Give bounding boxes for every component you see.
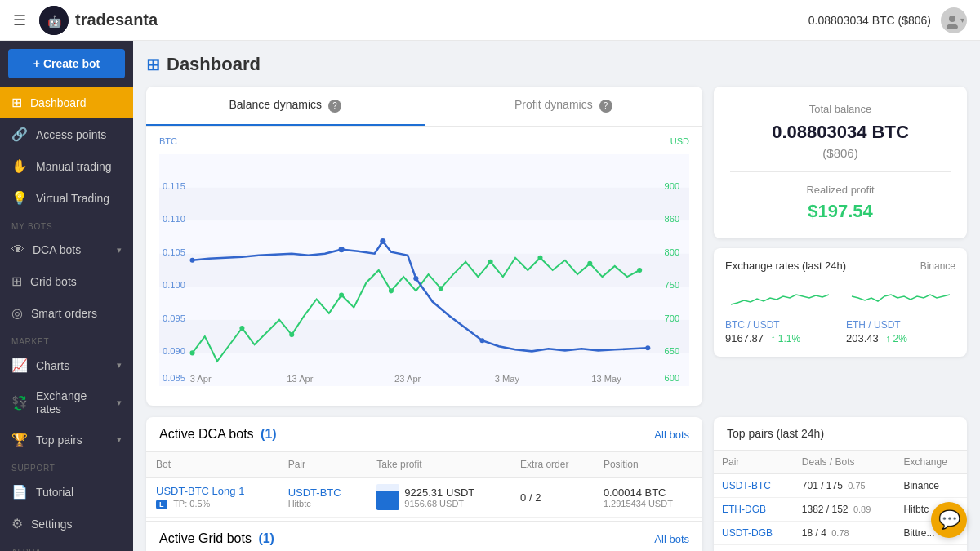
smart-orders-icon: ◎ — [11, 305, 23, 321]
dashboard-title-icon: ⊞ — [146, 55, 160, 74]
sidebar-item-tutorial[interactable]: 📄 Tutorial — [0, 476, 133, 508]
table-row: USDT-BTC Long 1 L TP: 0.5% USDT-BTC Hitb… — [146, 478, 702, 518]
manual-trading-icon: ✋ — [11, 158, 28, 174]
realized-profit-value: $197.54 — [730, 201, 951, 222]
svg-text:0.085: 0.085 — [163, 373, 185, 383]
menu-icon[interactable]: ☰ — [13, 11, 26, 29]
exchange-1: Binance — [895, 474, 967, 498]
main-chart: 0.115 0.110 0.105 0.100 0.095 0.090 0.08… — [159, 148, 689, 393]
dashboard-icon: ⊞ — [11, 95, 22, 110]
chart-card: Balance dynamics ? Profit dynamics ? BTC… — [146, 87, 702, 406]
svg-text:0.115: 0.115 — [163, 181, 185, 191]
svg-rect-7 — [159, 320, 689, 353]
sidebar-item-top-pairs[interactable]: 🏆 Top pairs ▾ — [0, 424, 133, 455]
avatar[interactable]: ▾ — [941, 7, 967, 33]
svg-point-3 — [947, 24, 958, 29]
svg-text:3 Apr: 3 Apr — [190, 374, 212, 384]
svg-rect-5 — [159, 188, 689, 221]
grid-bots-icon: ⊞ — [11, 273, 22, 289]
col-take-profit: Take profit — [367, 452, 510, 478]
svg-text:0.100: 0.100 — [163, 280, 185, 290]
deals-bots-1: 701 / 175 0.75 — [794, 474, 896, 498]
chat-bubble[interactable]: 💬 — [931, 502, 967, 538]
total-balance-card: Total balance 0.08803034 BTC ($806) Real… — [714, 87, 967, 238]
svg-text:650: 650 — [665, 346, 680, 356]
col-position: Position — [594, 452, 702, 478]
header-balance: 0.08803034 BTC ($806) — [808, 14, 931, 27]
exchange-name: Binance — [920, 260, 956, 272]
sidebar-item-grid-bots[interactable]: ⊞ Grid bots — [0, 265, 133, 297]
sidebar-item-label: Grid bots — [30, 275, 122, 288]
svg-text:700: 700 — [665, 313, 680, 323]
alpha-section: ALPHA — [0, 540, 133, 551]
bot-tp-label: TP: 0.5% — [173, 499, 210, 509]
svg-text:860: 860 — [665, 214, 680, 224]
svg-text:0.090: 0.090 — [163, 346, 185, 356]
header-right: 0.08803034 BTC ($806) ▾ — [808, 7, 967, 33]
sidebar-item-access-points[interactable]: 🔗 Access points — [0, 118, 133, 150]
chevron-down-icon: ▾ — [117, 360, 122, 371]
extra-order-cell: 0 / 2 — [510, 478, 594, 518]
balance-btc: 0.08803034 BTC — [730, 122, 951, 143]
svg-text:0.095: 0.095 — [163, 313, 185, 323]
pair-link[interactable]: USDT-BTC — [288, 487, 358, 499]
pair-link-3[interactable]: USDT-DGB — [714, 522, 794, 545]
sidebar-item-settings[interactable]: ⚙ Settings — [0, 508, 133, 540]
pair-link-1[interactable]: USDT-BTC — [714, 474, 794, 498]
sidebar-item-dashboard[interactable]: ⊞ Dashboard — [0, 87, 133, 118]
svg-point-35 — [587, 261, 592, 266]
support-section: SUPPORT — [0, 455, 133, 476]
svg-text:0.110: 0.110 — [163, 214, 185, 224]
logo: 🤖 tradesanta — [39, 6, 158, 35]
page-title-text: Dashboard — [167, 54, 261, 75]
top-pairs-icon: 🏆 — [11, 432, 28, 447]
col-exchange: Exchange — [895, 451, 967, 474]
svg-text:750: 750 — [665, 280, 680, 290]
grid-bots-header: Active Grid bots (1) All bots — [146, 521, 702, 551]
top-pairs-title: Top pairs (last 24h) — [727, 427, 824, 440]
sidebar-item-smart-orders[interactable]: ◎ Smart orders — [0, 297, 133, 329]
balance-divider — [730, 171, 951, 172]
sidebar-item-exchange-rates[interactable]: 💱 Exchange rates ▾ — [0, 381, 133, 424]
create-bot-button[interactable]: + Create bot — [8, 49, 125, 78]
bot-type-label: L — [156, 500, 167, 509]
svg-point-34 — [537, 256, 542, 260]
chart-axes: BTC USD — [159, 136, 689, 146]
balance-panel: Total balance 0.08803034 BTC ($806) Real… — [714, 87, 967, 406]
exchange-rates-icon: 💱 — [11, 395, 28, 411]
exchange-label: Hitbtc — [288, 499, 358, 509]
btc-usdt-pair[interactable]: BTC / USDT — [725, 319, 835, 331]
access-points-icon: 🔗 — [11, 127, 28, 142]
balance-help-icon[interactable]: ? — [328, 100, 341, 113]
col-pair: Pair — [714, 451, 794, 474]
profit-help-icon[interactable]: ? — [599, 100, 612, 113]
bot-name-link[interactable]: USDT-BTC Long 1 — [156, 485, 269, 497]
main-content: ⊞ Dashboard Balance dynamics ? Profit dy… — [133, 41, 980, 551]
pair-link-2[interactable]: ETH-DGB — [714, 498, 794, 522]
svg-point-33 — [488, 260, 493, 264]
dca-all-bots-link[interactable]: All bots — [654, 429, 689, 441]
svg-point-32 — [439, 286, 443, 291]
svg-point-27 — [190, 350, 195, 355]
eth-usdt-pair[interactable]: ETH / USDT — [846, 319, 956, 331]
progress-bar-wrap — [376, 484, 399, 510]
header: ☰ 🤖 tradesanta 0.08803034 BTC ($806) ▾ — [0, 0, 980, 41]
tab-profit-dynamics[interactable]: Profit dynamics ? — [425, 87, 703, 126]
sidebar-item-charts[interactable]: 📈 Charts ▾ — [0, 349, 133, 381]
sidebar-item-dca-bots[interactable]: 👁 DCA bots ▾ — [0, 234, 133, 265]
dca-bots-icon: 👁 — [11, 242, 24, 257]
grid-bots-title: Active Grid bots (1) — [159, 531, 274, 546]
top-pairs-card: Top pairs (last 24h) Pair Deals / Bots E… — [714, 417, 967, 551]
col-extra-order: Extra order — [510, 452, 594, 478]
chart-tabs: Balance dynamics ? Profit dynamics ? — [146, 87, 702, 127]
svg-text:23 Apr: 23 Apr — [394, 374, 421, 384]
sidebar-item-virtual-trading[interactable]: 💡 Virtual Trading — [0, 182, 133, 214]
svg-point-40 — [413, 276, 418, 281]
grid-all-bots-link[interactable]: All bots — [654, 533, 689, 545]
svg-text:🤖: 🤖 — [47, 15, 62, 29]
sidebar-item-manual-trading[interactable]: ✋ Manual trading — [0, 150, 133, 182]
tab-balance-dynamics[interactable]: Balance dynamics ? — [146, 87, 425, 126]
svg-point-38 — [339, 247, 345, 252]
eth-usdt-mini-chart — [846, 280, 956, 313]
deals-bots-3: 18 / 4 0.78 — [794, 522, 896, 545]
